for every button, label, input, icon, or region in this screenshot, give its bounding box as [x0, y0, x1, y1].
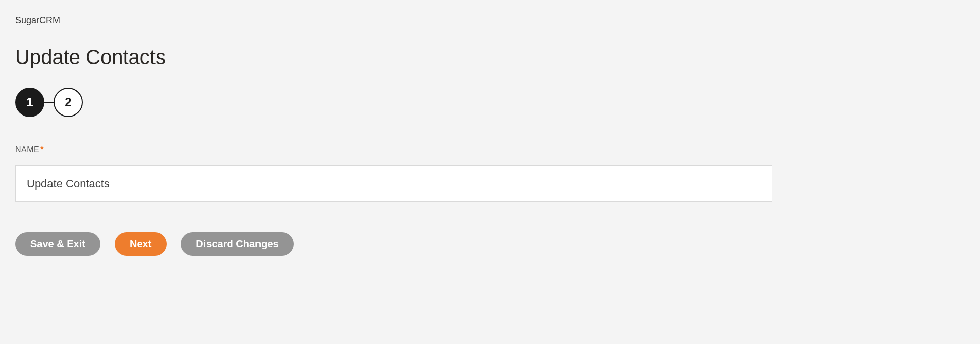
- name-input[interactable]: [15, 165, 772, 202]
- required-mark: *: [40, 145, 44, 154]
- step-1[interactable]: 1: [15, 88, 44, 117]
- save-exit-button[interactable]: Save & Exit: [15, 232, 100, 256]
- breadcrumb: SugarCRM: [15, 15, 965, 26]
- name-field-label: NAME*: [15, 145, 965, 154]
- next-button[interactable]: Next: [115, 232, 167, 256]
- step-connector: [44, 102, 54, 103]
- step-2[interactable]: 2: [54, 88, 83, 117]
- discard-changes-button[interactable]: Discard Changes: [181, 232, 293, 256]
- breadcrumb-link-sugarcrm[interactable]: SugarCRM: [15, 15, 60, 25]
- name-label-text: NAME: [15, 145, 39, 154]
- page-title: Update Contacts: [15, 46, 965, 69]
- action-bar: Save & Exit Next Discard Changes: [15, 232, 965, 256]
- stepper: 1 2: [15, 88, 965, 117]
